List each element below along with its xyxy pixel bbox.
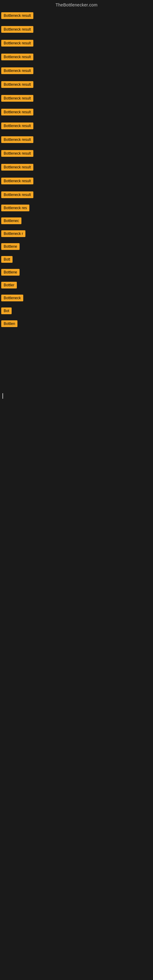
list-item: Bott	[0, 253, 153, 266]
bottleneck-badge[interactable]: Bottleneck result	[1, 54, 33, 60]
list-item: Bottleneck result	[0, 119, 153, 133]
list-item: Bottler	[0, 279, 153, 291]
bottleneck-badge[interactable]: Bottleneck result	[1, 12, 33, 19]
bottleneck-badge[interactable]: Bottleneck result	[1, 123, 33, 129]
bottleneck-badge[interactable]: Bottleneck	[1, 294, 23, 301]
bottleneck-badge[interactable]: Bott	[1, 256, 13, 263]
bottleneck-badge[interactable]: Bottleneck r	[1, 230, 26, 237]
list-item: Bottleneck result	[0, 91, 153, 105]
list-item: Bottleneck result	[0, 188, 153, 202]
bottleneck-badge[interactable]: Bottleneck res	[1, 205, 29, 211]
list-item: Bottleneck result	[0, 160, 153, 174]
list-item: Bottleneck result	[0, 50, 153, 64]
list-item: Bottleneck result	[0, 105, 153, 119]
list-item: Bottlene	[0, 266, 153, 279]
bottleneck-badge[interactable]: Bottleneck result	[1, 81, 33, 88]
list-item: Bottleneck	[0, 291, 153, 304]
empty-section	[0, 330, 153, 391]
bottleneck-badge[interactable]: Bottleneck result	[1, 95, 33, 102]
list-item: Bottleneck result	[0, 36, 153, 50]
bottom-section	[0, 401, 153, 615]
site-title: TheBottlenecker.com	[0, 0, 153, 9]
cursor-indicator	[1, 391, 153, 401]
list-item: Bot	[0, 304, 153, 317]
bottleneck-badge[interactable]: Bottleneck result	[1, 164, 33, 170]
list-item: Bottleneck result	[0, 78, 153, 91]
bottleneck-badge[interactable]: Bottlen	[1, 320, 18, 327]
list-item: Bottlen	[0, 317, 153, 330]
bottleneck-badge[interactable]: Bottler	[1, 282, 17, 288]
bottleneck-badge[interactable]: Bottlenec	[1, 218, 21, 224]
items-container: Bottleneck resultBottleneck resultBottle…	[0, 9, 153, 330]
bottleneck-badge[interactable]: Bottleneck result	[1, 150, 33, 157]
list-item: Bottleneck result	[0, 22, 153, 36]
list-item: Bottleneck res	[0, 202, 153, 215]
bottleneck-badge[interactable]: Bottleneck result	[1, 136, 33, 143]
list-item: Bottleneck result	[0, 174, 153, 188]
list-item: Bottlenec	[0, 215, 153, 227]
bottleneck-badge[interactable]: Bottleneck result	[1, 26, 33, 33]
bottleneck-badge[interactable]: Bottleneck result	[1, 191, 33, 198]
bottleneck-badge[interactable]: Bottleneck result	[1, 178, 33, 185]
bottleneck-badge[interactable]: Bottleneck result	[1, 67, 33, 74]
bottleneck-badge[interactable]: Bottleneck result	[1, 109, 33, 115]
bottleneck-badge[interactable]: Bot	[1, 307, 12, 314]
bottleneck-badge[interactable]: Bottlene	[1, 243, 19, 250]
page-wrapper: TheBottlenecker.com Bottleneck resultBot…	[0, 0, 153, 980]
list-item: Bottleneck result	[0, 64, 153, 78]
bottleneck-badge[interactable]: Bottleneck result	[1, 40, 33, 46]
list-item: Bottleneck result	[0, 9, 153, 22]
list-item: Bottleneck result	[0, 133, 153, 146]
list-item: Bottlene	[0, 240, 153, 253]
list-item: Bottleneck result	[0, 146, 153, 160]
text-cursor	[2, 393, 3, 399]
bottleneck-badge[interactable]: Bottlene	[1, 269, 19, 275]
list-item: Bottleneck r	[0, 227, 153, 240]
